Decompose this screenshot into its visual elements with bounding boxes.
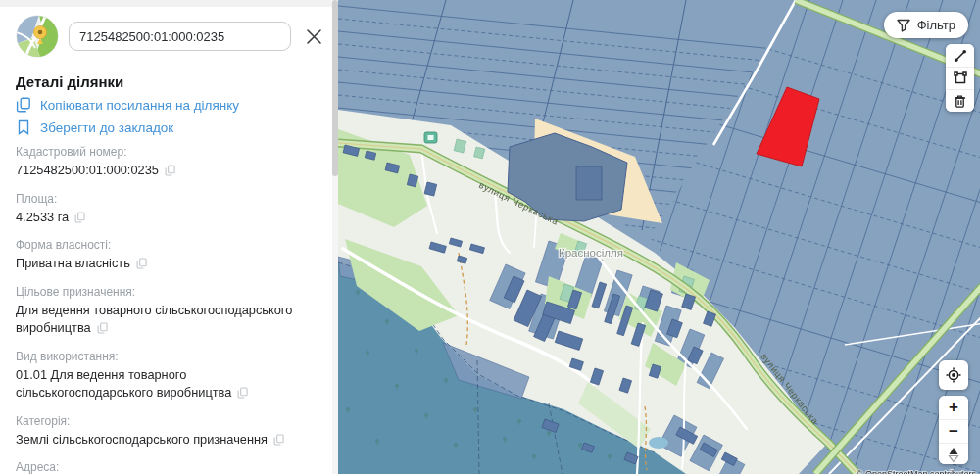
copy-value-icon[interactable] <box>165 164 175 182</box>
field-ownership: Форма власності: Приватна власність <box>16 238 322 275</box>
copy-link-button[interactable]: Копіювати посилання на ділянку <box>16 97 322 113</box>
bookmark-label: Зберегти до закладок <box>40 120 173 135</box>
panel-scrollbar[interactable] <box>332 0 338 474</box>
cadastral-map-app: Деталі ділянки Копіювати посилання на ді… <box>0 0 980 474</box>
pond <box>649 437 668 449</box>
poi-icon <box>424 132 437 143</box>
field-cadastral-number: Кадастровий номер: 7125482500:01:000:023… <box>16 145 322 182</box>
measure-distance-button[interactable] <box>946 44 974 67</box>
map-attribution: © OpenStreetMap contributors <box>857 469 977 474</box>
copy-value-icon[interactable] <box>97 321 108 340</box>
field-value: 7125482500:01:000:0235 <box>16 163 159 177</box>
copy-value-icon[interactable] <box>273 433 284 451</box>
field-label: Площа: <box>16 192 322 206</box>
zoom-out-button[interactable]: − <box>939 419 968 443</box>
field-label: Адреса: <box>16 460 322 474</box>
field-value: Приватна власність <box>16 256 130 270</box>
field-address: Адреса: Дані відсутні <box>16 460 322 474</box>
field-purpose: Цільове призначення: Для ведення товарно… <box>16 285 322 340</box>
copy-link-label: Копіювати посилання на ділянку <box>40 98 239 113</box>
field-category: Категорія: Землі сільськогосподарського … <box>16 414 322 451</box>
measure-tools <box>946 44 974 112</box>
details-panel: Деталі ділянки Копіювати посилання на ді… <box>0 0 338 474</box>
field-label: Кадастровий номер: <box>16 145 322 159</box>
panel-top-strip <box>0 0 338 7</box>
field-value: Землі сільськогосподарського призначення <box>16 432 268 447</box>
field-value: Для ведення товарного сільськогосподарсь… <box>16 303 292 336</box>
compass-icon <box>948 447 959 462</box>
locate-icon <box>946 367 961 383</box>
zoom-in-button[interactable]: + <box>939 396 968 419</box>
field-value: 4.2533 га <box>16 210 69 224</box>
field-label: Вид використання: <box>16 350 322 363</box>
zoom-controls: + − <box>939 396 968 464</box>
panel-topbar <box>0 7 338 58</box>
field-area: Площа: 4.2533 га <box>16 192 322 229</box>
compass-button[interactable] <box>939 443 968 464</box>
copy-value-icon[interactable] <box>237 386 248 404</box>
copy-link-icon <box>16 97 31 113</box>
trash-icon <box>954 94 966 108</box>
delete-measurement-button[interactable] <box>946 89 974 112</box>
measure-distance-icon <box>954 49 967 63</box>
bookmark-icon <box>16 119 31 135</box>
close-icon <box>306 28 322 45</box>
measure-area-icon <box>954 71 967 85</box>
filter-button[interactable]: Фільтр <box>884 12 968 38</box>
field-value: 01.01 Для ведення товарного сільськогосп… <box>16 367 231 401</box>
search-input[interactable] <box>69 22 291 51</box>
field-use-type: Вид використання: 01.01 Для ведення това… <box>16 350 322 404</box>
page-title: Деталі ділянки <box>16 73 322 90</box>
filter-label: Фільтр <box>917 18 956 32</box>
bookmark-button[interactable]: Зберегти до закладок <box>16 119 322 135</box>
app-logo[interactable] <box>16 15 59 58</box>
field-label: Категорія: <box>16 414 322 428</box>
close-panel-button[interactable] <box>303 25 324 47</box>
filter-icon <box>897 19 910 32</box>
copy-value-icon[interactable] <box>136 257 147 275</box>
field-label: Цільове призначення: <box>16 285 322 299</box>
map-canvas[interactable]: вулиця Черкаська вулиця Черкаська Красно… <box>338 0 980 474</box>
copy-value-icon[interactable] <box>74 211 85 229</box>
measure-area-button[interactable] <box>946 67 974 89</box>
village-label: Красносілля <box>559 247 623 259</box>
field-label: Форма власності: <box>16 238 322 252</box>
locate-button[interactable] <box>939 360 968 390</box>
